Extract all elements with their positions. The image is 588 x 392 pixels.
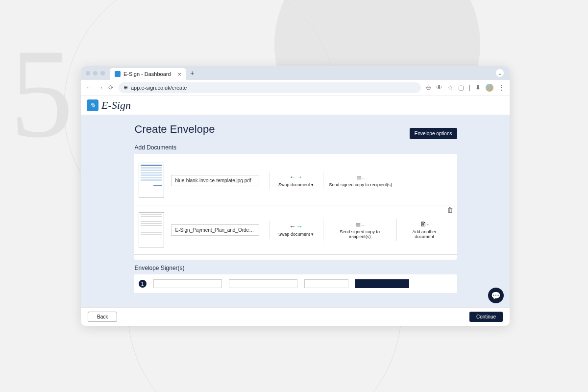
step-number: 5 bbox=[10, 29, 74, 157]
browser-tab[interactable]: E-Sign - Dashboard × bbox=[110, 68, 186, 80]
download-icon[interactable]: ⬇ bbox=[475, 84, 481, 91]
send-label: Send signed copy to recipient(s) bbox=[329, 182, 392, 187]
row-divider bbox=[134, 205, 457, 205]
zoom-icon[interactable]: ⊖ bbox=[426, 84, 431, 91]
brand-name: E-Sign bbox=[101, 99, 131, 112]
chat-widget-button[interactable]: 💬 bbox=[488, 288, 504, 303]
star-icon[interactable]: ☆ bbox=[447, 84, 453, 91]
document-lines-icon: ≣─ bbox=[355, 220, 364, 227]
document-row: 🗑 E-Sign_Payment_Plan_and_Order_Form_l ←… bbox=[139, 208, 452, 251]
new-tab-button[interactable]: + bbox=[190, 69, 194, 77]
page-title: Create Envelope bbox=[135, 123, 215, 136]
app-viewport: ✎ E-Sign Create Envelope Envelope option… bbox=[81, 96, 510, 326]
divider: | bbox=[469, 84, 470, 91]
add-label: Add another document bbox=[403, 229, 446, 239]
envelope-options-button[interactable]: Envelope options bbox=[410, 128, 457, 139]
content-area: Create Envelope Envelope options Add Doc… bbox=[81, 115, 510, 307]
swap-icon: ←→ bbox=[289, 173, 303, 180]
nav-reload-icon[interactable]: ⟳ bbox=[108, 84, 114, 91]
tab-strip: E-Sign - Dashboard × + ⌄ bbox=[81, 66, 510, 80]
brand-bar: ✎ E-Sign bbox=[81, 96, 510, 115]
swap-label: Swap document ▾ bbox=[278, 232, 314, 237]
add-document-icon: 🗎+ bbox=[420, 220, 429, 227]
send-copy-button[interactable]: ≣─ Send signed copy to recipient(s) bbox=[323, 172, 398, 189]
document-name-field[interactable]: E-Sign_Payment_Plan_and_Order_Form_l bbox=[171, 224, 259, 236]
add-document-button[interactable]: 🗎+ Add another document bbox=[396, 219, 452, 241]
profile-avatar[interactable] bbox=[486, 84, 493, 92]
tab-title: E-Sign - Dashboard bbox=[123, 71, 171, 77]
close-tab-icon[interactable]: × bbox=[178, 71, 182, 78]
row-divider bbox=[134, 254, 457, 255]
signer-index-badge: 1 bbox=[139, 280, 147, 288]
signer-email-field[interactable] bbox=[229, 279, 297, 288]
url-bar: ← → ⟳ ⊕ app.e-sign.co.uk/create ⊖ 👁 ☆ ▢ … bbox=[81, 80, 510, 96]
swap-document-button[interactable]: ←→ Swap document ▾ bbox=[269, 172, 323, 189]
document-row: blue-blank-invoice-template.jpg.pdf ←→ S… bbox=[139, 159, 452, 202]
chat-icon: 💬 bbox=[491, 291, 501, 300]
brand-logo-icon: ✎ bbox=[87, 99, 98, 111]
swap-document-button[interactable]: ←→ Swap document ▾ bbox=[269, 221, 323, 239]
back-button[interactable]: Back bbox=[88, 312, 117, 322]
envelope-signers-label: Envelope Signer(s) bbox=[135, 265, 457, 271]
swap-icon: ←→ bbox=[289, 223, 303, 230]
document-lines-icon: ≣─ bbox=[356, 173, 365, 180]
documents-card: blue-blank-invoice-template.jpg.pdf ←→ S… bbox=[134, 154, 457, 260]
document-name-field[interactable]: blue-blank-invoice-template.jpg.pdf bbox=[171, 175, 259, 186]
swap-label: Swap document ▾ bbox=[278, 182, 314, 187]
document-thumbnail[interactable] bbox=[139, 163, 164, 198]
eye-off-icon[interactable]: 👁 bbox=[436, 84, 442, 91]
nav-forward-icon[interactable]: → bbox=[97, 84, 103, 91]
favicon bbox=[115, 71, 121, 77]
url-text: app.e-sign.co.uk/create bbox=[131, 85, 187, 91]
nav-back-icon[interactable]: ← bbox=[86, 84, 92, 91]
send-copy-button[interactable]: ≣─ Send signed copy to recipient(s) bbox=[323, 219, 396, 241]
document-thumbnail[interactable] bbox=[139, 212, 164, 247]
send-label: Send signed copy to recipient(s) bbox=[329, 229, 391, 239]
site-info-icon[interactable]: ⊕ bbox=[123, 84, 128, 91]
url-field[interactable]: ⊕ app.e-sign.co.uk/create bbox=[119, 82, 421, 93]
add-documents-label: Add Documents bbox=[135, 144, 457, 151]
signer-name-field[interactable] bbox=[153, 279, 222, 288]
footer-bar: Back Continue bbox=[81, 307, 510, 326]
signer-role-field[interactable] bbox=[304, 279, 348, 288]
kebab-menu-icon[interactable]: ⋮ bbox=[498, 84, 505, 91]
continue-button[interactable]: Continue bbox=[469, 312, 503, 322]
delete-document-icon[interactable]: 🗑 bbox=[447, 206, 453, 214]
window-controls[interactable] bbox=[86, 71, 105, 75]
browser-window: E-Sign - Dashboard × + ⌄ ← → ⟳ ⊕ app.e-s… bbox=[81, 66, 510, 326]
tab-overflow[interactable]: ⌄ bbox=[496, 69, 504, 77]
extension-icon[interactable]: ▢ bbox=[458, 84, 464, 91]
signer-action-button[interactable] bbox=[355, 279, 409, 288]
signers-card: 1 bbox=[134, 274, 457, 293]
